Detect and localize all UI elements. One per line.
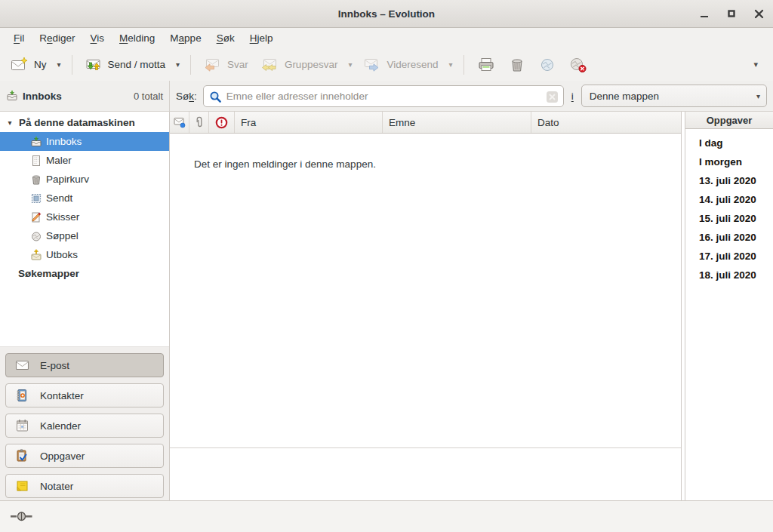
window-controls: [696, 0, 767, 27]
new-message-dropdown-arrow[interactable]: ▾: [53, 57, 66, 72]
task-group-date[interactable]: 16. juli 2020: [699, 228, 773, 247]
folder-sendt[interactable]: Sendt: [0, 189, 169, 208]
task-group-date[interactable]: 17. juli 2020: [699, 247, 773, 266]
menu-rediger[interactable]: Rediger: [33, 30, 81, 46]
forward-dropdown-arrow[interactable]: ▾: [445, 57, 457, 72]
online-status-button[interactable]: [11, 511, 33, 522]
titlebar[interactable]: Innboks – Evolution: [0, 0, 773, 28]
folder-label: Skisser: [46, 211, 79, 223]
switcher-label: Notater: [40, 481, 73, 492]
switcher-mail-button[interactable]: E-post: [5, 353, 164, 377]
main-area: ▾ På denne datamaskinen Innboks: [0, 112, 773, 500]
not-junk-button[interactable]: [562, 53, 594, 77]
folder-papirkurv[interactable]: Papirkurv: [0, 170, 169, 189]
task-group-tomorrow[interactable]: I morgen: [699, 152, 773, 171]
folder-utboks[interactable]: Utboks: [0, 245, 169, 264]
switcher-calendar-button[interactable]: Kalender: [5, 414, 164, 438]
menu-vis[interactable]: Vis: [85, 30, 111, 46]
column-subject[interactable]: Emne: [383, 112, 531, 133]
column-date[interactable]: Dato: [531, 112, 681, 133]
column-label: Fra: [241, 117, 256, 128]
maximize-button[interactable]: [723, 5, 740, 22]
junk-button[interactable]: [532, 53, 562, 77]
folder-maler[interactable]: Maler: [0, 151, 169, 170]
message-list: Fra Emne Dato Det er ingen meldinger i d…: [170, 112, 682, 500]
new-mail-icon: [11, 57, 28, 73]
minimize-button[interactable]: [696, 5, 713, 22]
switcher-contacts-button[interactable]: Kontakter: [5, 383, 164, 407]
menu-fil[interactable]: Fil: [8, 30, 30, 46]
forward-button[interactable]: Videresend: [356, 53, 444, 77]
close-icon: [754, 9, 764, 19]
outbox-icon: [30, 249, 42, 261]
reply-button[interactable]: Svar: [197, 53, 254, 77]
menu-sok[interactable]: Søk: [211, 30, 241, 46]
delete-button[interactable]: [502, 53, 532, 77]
folder-skisser[interactable]: Skisser: [0, 208, 169, 226]
calendar-icon: [15, 419, 29, 432]
toolbar: Ny ▾ Send / motta ▾ Svar: [0, 48, 773, 81]
task-pane: Oppgaver I dag I morgen 13. juli 2020 14…: [685, 112, 773, 500]
preview-pane[interactable]: [170, 448, 681, 500]
folder-soppel[interactable]: Søppel: [0, 226, 169, 245]
task-group-date[interactable]: 14. juli 2020: [699, 190, 773, 209]
switcher-tasks-button[interactable]: Oppgaver: [5, 444, 164, 468]
task-list: I dag I morgen 13. juli 2020 14. juli 20…: [685, 129, 773, 284]
print-button[interactable]: [470, 53, 502, 77]
switcher-label: Kalender: [40, 420, 81, 432]
folder-innboks[interactable]: Innboks: [0, 132, 169, 151]
menubar: Fil Rediger Vis Melding Mappe Søk Hjelp: [0, 28, 773, 48]
search-scope-value: Denne mappen: [590, 91, 750, 102]
forward-icon: [362, 57, 380, 73]
drafts-icon: [30, 211, 42, 223]
tree-root-on-this-computer[interactable]: ▾ På denne datamaskinen: [0, 113, 169, 132]
send-receive-button[interactable]: Send / motta: [79, 53, 172, 77]
message-list-body[interactable]: Det er ingen meldinger i denne mappen.: [170, 134, 681, 448]
new-message-label: Ny: [34, 59, 47, 70]
column-from[interactable]: Fra: [235, 112, 383, 133]
junk-icon: [539, 57, 556, 73]
group-reply-button[interactable]: Gruppesvar: [254, 53, 344, 77]
toolbar-separator: [463, 55, 464, 75]
message-status-icon: [174, 116, 186, 128]
trash-icon: [509, 57, 525, 73]
mail-icon: [15, 358, 29, 372]
menu-melding[interactable]: Melding: [113, 30, 161, 46]
send-receive-dropdown-arrow[interactable]: ▾: [171, 57, 184, 72]
column-attachment[interactable]: [189, 112, 209, 133]
folder-label: Sendt: [46, 192, 72, 204]
important-icon: [215, 116, 228, 129]
group-reply-dropdown-arrow[interactable]: ▾: [343, 57, 356, 72]
task-pane-header[interactable]: Oppgaver: [685, 112, 773, 129]
search-scope-combobox[interactable]: Denne mappen ▾: [581, 85, 767, 107]
task-group-today[interactable]: I dag: [699, 134, 773, 152]
task-pane-title: Oppgaver: [707, 115, 753, 126]
toolbar-separator: [190, 55, 191, 75]
clear-search-icon[interactable]: [546, 91, 559, 106]
task-group-date[interactable]: 18. juli 2020: [699, 266, 773, 284]
column-status[interactable]: [170, 112, 189, 133]
task-group-date[interactable]: 15. juli 2020: [699, 209, 773, 228]
menu-label: Fil: [14, 32, 24, 44]
sent-icon: [30, 192, 42, 204]
switcher-memos-button[interactable]: Notater: [5, 474, 164, 498]
search-box: [203, 85, 564, 107]
maximize-icon: [727, 9, 736, 18]
expander-icon[interactable]: ▾: [5, 118, 15, 127]
search-area: Søk: i Denne mappen: [170, 81, 773, 111]
send-receive-label: Send / motta: [108, 59, 166, 70]
switcher-label: E-post: [40, 360, 69, 371]
close-button[interactable]: [750, 5, 767, 22]
menu-mappe[interactable]: Mappe: [164, 30, 207, 46]
online-plug-icon: [11, 511, 33, 522]
message-list-header: Fra Emne Dato: [170, 112, 681, 134]
new-message-button[interactable]: Ny: [5, 53, 53, 77]
tree-root-search-folders[interactable]: Søkemapper: [0, 264, 169, 283]
search-input[interactable]: [204, 86, 563, 106]
column-important[interactable]: [209, 112, 235, 133]
search-folders-label: Søkemapper: [18, 268, 79, 279]
toolbar-overflow-arrow[interactable]: ▾: [749, 57, 762, 72]
folder-label: Søppel: [46, 230, 79, 241]
menu-hjelp[interactable]: Hjelp: [244, 30, 279, 46]
task-group-date[interactable]: 13. juli 2020: [699, 171, 773, 190]
